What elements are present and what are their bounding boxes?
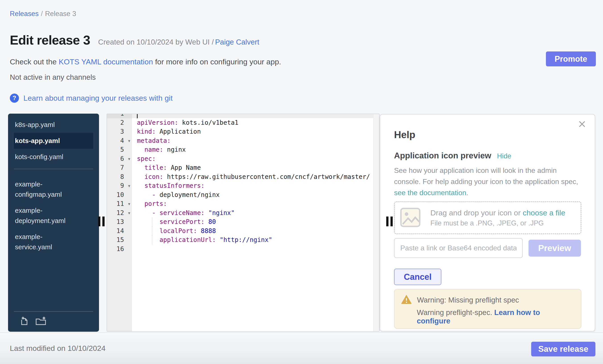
gutter-line-number: 15 xyxy=(107,235,132,245)
code-line: ports: xyxy=(132,199,373,209)
close-icon[interactable] xyxy=(578,120,586,128)
file-sidebar: k8s-app.yamlkots-app.yamlkots-config.yam… xyxy=(8,114,99,332)
doc-line: Check out the KOTS YAML documentation fo… xyxy=(10,57,281,66)
editor-scrollbar[interactable] xyxy=(373,114,379,331)
save-release-button[interactable]: Save release xyxy=(531,342,595,356)
warning-text-line1: Warning: Missing preflight spec xyxy=(417,296,519,304)
gutter-line-number: 3 xyxy=(107,127,132,136)
image-placeholder-icon xyxy=(400,207,421,229)
icon-dropzone[interactable]: Drag and drop your icon or choose a file… xyxy=(394,201,581,234)
promote-button[interactable]: Promote xyxy=(546,52,596,66)
dropzone-text: Drag and drop your icon or choose a file… xyxy=(430,209,565,227)
pane-resize-handle-right[interactable] xyxy=(386,217,393,226)
icon-url-input[interactable] xyxy=(394,238,523,258)
code-line: metadata: xyxy=(132,136,373,145)
gutter-line-number: 10 xyxy=(107,190,132,199)
file-item[interactable]: kots-config.yaml xyxy=(14,149,93,165)
edit-release-page: Releases/Release 3 Edit release 3 Create… xyxy=(0,0,603,364)
warning-triangle-icon xyxy=(401,295,412,305)
fold-arrow-icon[interactable]: ▾ xyxy=(128,136,130,145)
created-meta: Created on 10/10/2024 by Web UI /Paige C… xyxy=(98,38,259,46)
created-by-link[interactable]: Paige Calvert xyxy=(215,38,259,46)
file-item[interactable]: example-configmap.yaml xyxy=(14,176,93,202)
dropzone-subtext: File must be a .PNG, .JPEG, or .JPG xyxy=(430,219,565,227)
yaml-editor[interactable]: 1234▾56▾789▾1011▾12▾13141516 ---apiVersi… xyxy=(107,114,380,332)
gutter-line-number: 16 xyxy=(107,245,132,254)
editor-gutter: 1234▾56▾789▾1011▾12▾13141516 xyxy=(107,114,132,331)
code-line: localPort: 8888 xyxy=(132,227,373,236)
gutter-line-number: 6▾ xyxy=(107,154,132,164)
hide-link[interactable]: Hide xyxy=(497,152,511,160)
preview-button[interactable]: Preview xyxy=(529,240,581,257)
page-title: Edit release 3 xyxy=(10,33,90,47)
code-line: servicePort: 80 xyxy=(132,217,373,227)
help-title: Help xyxy=(394,129,581,140)
breadcrumb-current: Release 3 xyxy=(45,10,76,18)
choose-file-link[interactable]: choose a file xyxy=(523,209,565,217)
breadcrumb-separator: / xyxy=(41,10,43,18)
code-line: apiVersion: kots.io/v1beta1 xyxy=(132,118,373,127)
kots-yaml-doc-link[interactable]: KOTS YAML documentation xyxy=(59,57,153,66)
gutter-line-number: 9▾ xyxy=(107,181,132,190)
gutter-line-number: 14 xyxy=(107,227,132,236)
file-item[interactable]: example-deployment.yaml xyxy=(14,202,93,229)
new-file-icon[interactable] xyxy=(19,316,29,327)
gutter-line-number: 12▾ xyxy=(107,209,132,218)
see-documentation-link[interactable]: see the documentation xyxy=(394,189,466,197)
gutter-line-number: 11▾ xyxy=(107,199,132,209)
code-line: - deployment/nginx xyxy=(132,190,373,199)
code-line: applicationUrl: "http://nginx" xyxy=(132,235,373,245)
question-icon: ? xyxy=(10,94,19,103)
warning-text-line2: Warning preflight-spec. Learn how to con… xyxy=(417,308,574,325)
git-learn-link[interactable]: Learn about managing your releases with … xyxy=(23,94,173,102)
bottom-bar: Last modified on 10/10/2024 Save release xyxy=(0,332,603,364)
file-item[interactable]: k8s-app.yaml xyxy=(14,117,93,133)
channel-status: Not active in any channels xyxy=(10,73,96,82)
file-list-divider xyxy=(14,169,93,169)
code-line: name: nginx xyxy=(132,145,373,154)
gutter-line-number: 7 xyxy=(107,163,132,172)
help-panel: Help Application icon preview Hide See h… xyxy=(380,114,595,331)
fold-arrow-icon[interactable]: ▾ xyxy=(128,154,130,164)
gutter-line-number: 2 xyxy=(107,118,132,127)
last-modified-text: Last modified on 10/10/2024 xyxy=(10,344,105,353)
icon-preview-heading: Application icon preview xyxy=(394,151,491,160)
file-item[interactable]: example-service.yaml xyxy=(14,229,93,255)
file-list-bottom: example-configmap.yamlexample-deployment… xyxy=(8,173,99,255)
code-line: kind: Application xyxy=(132,127,373,136)
code-line: title: App Name xyxy=(132,163,373,172)
code-line: statusInformers: xyxy=(132,181,373,190)
code-line: - serviceName: "nginx" xyxy=(132,209,373,218)
pane-resize-handle-left[interactable] xyxy=(98,217,105,226)
fold-arrow-icon[interactable]: ▾ xyxy=(128,181,130,190)
code-line xyxy=(132,245,373,254)
gutter-line-number: 8 xyxy=(107,172,132,182)
fold-arrow-icon[interactable]: ▾ xyxy=(128,199,130,209)
editor-code-area[interactable]: ---apiVersion: kots.io/v1beta1kind: Appl… xyxy=(132,114,373,331)
gutter-line-number: 1 xyxy=(107,114,132,118)
preflight-warning-box: Warning: Missing preflight spec Warning … xyxy=(394,289,581,329)
code-line: --- xyxy=(132,114,373,118)
fold-arrow-icon[interactable]: ▾ xyxy=(128,209,130,218)
git-line: ? Learn about managing your releases wit… xyxy=(10,94,173,103)
text-cursor xyxy=(137,114,138,118)
sidebar-footer xyxy=(14,311,93,328)
gutter-line-number: 4▾ xyxy=(107,136,132,145)
breadcrumb: Releases/Release 3 xyxy=(10,10,76,18)
title-row: Edit release 3 Created on 10/10/2024 by … xyxy=(10,33,259,47)
help-body-text: See how your application icon will look … xyxy=(394,165,583,198)
file-list-top: k8s-app.yamlkots-app.yamlkots-config.yam… xyxy=(8,114,99,165)
new-folder-icon[interactable] xyxy=(35,316,47,327)
file-item[interactable]: kots-app.yaml xyxy=(14,133,93,149)
gutter-line-number: 13 xyxy=(107,217,132,227)
code-line: icon: https://raw.githubusercontent.com/… xyxy=(132,172,373,182)
breadcrumb-releases-link[interactable]: Releases xyxy=(10,10,39,18)
help-section-row: Application icon preview Hide xyxy=(394,151,581,160)
cancel-button[interactable]: Cancel xyxy=(394,269,441,285)
code-line: spec: xyxy=(132,154,373,164)
gutter-line-number: 5 xyxy=(107,145,132,154)
url-row: Preview xyxy=(394,238,581,258)
